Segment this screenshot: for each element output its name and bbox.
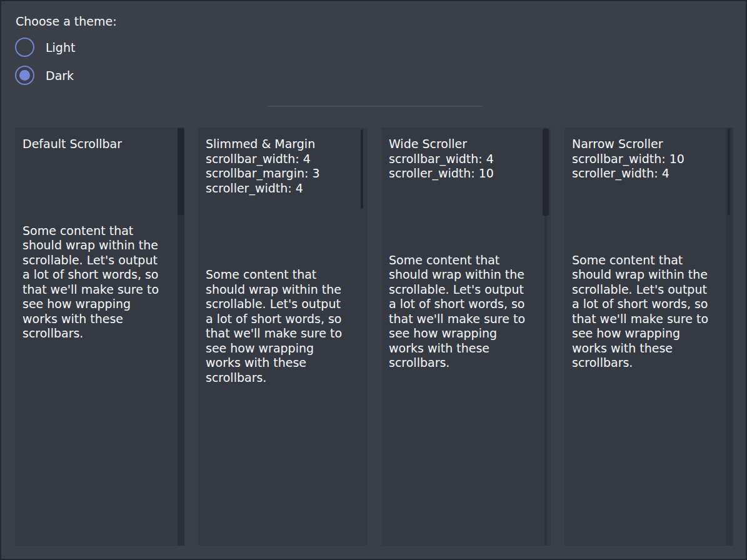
theme-chooser-label: Choose a theme: <box>16 14 117 29</box>
radio-label-light: Light <box>46 41 75 54</box>
panel-params: scrollbar_width: 4scroller_width: 10 <box>389 152 536 181</box>
panel-params: scrollbar_width: 4scrollbar_margin: 3scr… <box>206 152 353 196</box>
panel-scroll-area[interactable]: Slimmed & Margin scrollbar_width: 4scrol… <box>198 128 368 385</box>
panel-default-scrollbar[interactable]: Default Scrollbar Some content that shou… <box>15 128 184 546</box>
panel-content: Some content that should wrap within the… <box>572 253 719 371</box>
panel-wide-scroller[interactable]: Wide Scroller scrollbar_width: 4scroller… <box>381 128 551 546</box>
panel-title: Slimmed & Margin <box>206 137 353 152</box>
radio-label-dark: Dark <box>46 69 74 82</box>
panels-row: Default Scrollbar Some content that shou… <box>15 128 734 546</box>
panel-narrow-scroller[interactable]: Narrow Scroller scrollbar_width: 10scrol… <box>564 128 734 546</box>
panel-slimmed-margin[interactable]: Slimmed & Margin scrollbar_width: 4scrol… <box>198 128 368 546</box>
panel-title: Default Scrollbar <box>23 137 169 152</box>
scrollbar-thumb[interactable] <box>361 129 363 209</box>
panel-scroll-area[interactable]: Default Scrollbar Some content that shou… <box>15 128 184 341</box>
radio-button-icon[interactable] <box>15 38 34 57</box>
radio-dot <box>19 42 30 52</box>
param-line: scrollbar_width: 4 <box>389 152 536 167</box>
panel-scroll-area[interactable]: Wide Scroller scrollbar_width: 4scroller… <box>381 128 551 371</box>
scrollbar-thumb[interactable] <box>728 129 730 215</box>
panel-params: scrollbar_width: 10scroller_width: 4 <box>572 152 719 181</box>
panel-content: Some content that should wrap within the… <box>389 253 536 371</box>
param-line: scrollbar_width: 4 <box>206 152 353 167</box>
radio-dot <box>19 70 30 81</box>
radio-button-icon[interactable] <box>15 66 34 85</box>
panel-title: Narrow Scroller <box>572 137 719 152</box>
param-line: scroller_width: 4 <box>206 181 353 196</box>
radio-option-dark[interactable]: Dark <box>15 66 74 85</box>
param-line: scrollbar_width: 10 <box>572 152 719 167</box>
panel-scroll-area[interactable]: Narrow Scroller scrollbar_width: 10scrol… <box>564 128 734 371</box>
panel-title: Wide Scroller <box>389 137 536 152</box>
param-line: scrollbar_margin: 3 <box>206 166 353 181</box>
param-line: scroller_width: 4 <box>572 166 719 181</box>
scrollbar-thumb[interactable] <box>543 129 549 216</box>
param-line: scroller_width: 10 <box>389 166 536 181</box>
panel-content: Some content that should wrap within the… <box>23 224 169 341</box>
scrollbar-thumb[interactable] <box>178 129 184 215</box>
radio-option-light[interactable]: Light <box>15 38 75 57</box>
panel-content: Some content that should wrap within the… <box>206 268 353 385</box>
horizontal-divider <box>268 106 483 107</box>
app-window: Choose a theme: Light Dark Default Scrol… <box>0 0 747 560</box>
